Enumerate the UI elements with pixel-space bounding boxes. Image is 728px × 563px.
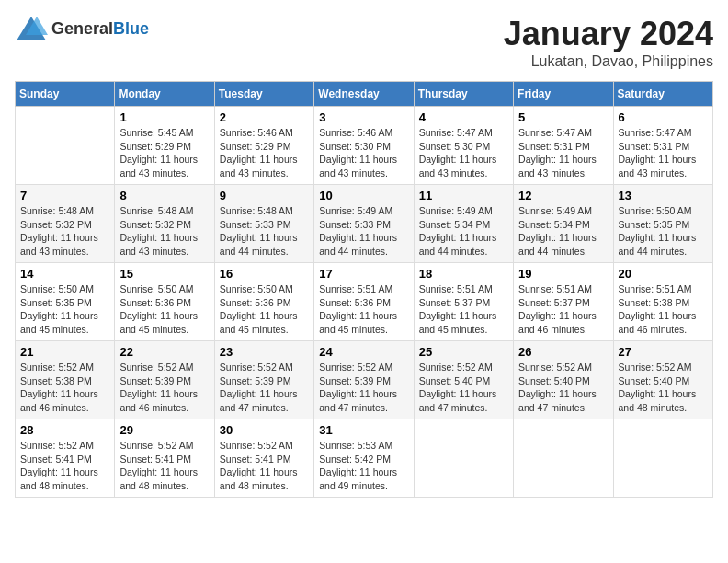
calendar-cell: 23Sunrise: 5:52 AMSunset: 5:39 PMDayligh… xyxy=(214,341,313,419)
day-info: Sunrise: 5:52 AMSunset: 5:40 PMDaylight:… xyxy=(518,361,608,415)
logo: GeneralBlue xyxy=(15,15,149,42)
day-info: Sunrise: 5:52 AMSunset: 5:38 PMDaylight:… xyxy=(20,361,109,415)
day-info: Sunrise: 5:49 AMSunset: 5:34 PMDaylight:… xyxy=(518,204,608,259)
day-number: 6 xyxy=(619,110,708,124)
day-info: Sunrise: 5:51 AMSunset: 5:38 PMDaylight:… xyxy=(619,282,708,337)
day-info: Sunrise: 5:47 AMSunset: 5:31 PMDaylight:… xyxy=(518,126,608,180)
day-header-sunday: Sunday xyxy=(16,82,115,107)
calendar-cell xyxy=(16,107,115,185)
calendar-cell: 29Sunrise: 5:52 AMSunset: 5:41 PMDayligh… xyxy=(115,419,214,498)
day-info: Sunrise: 5:51 AMSunset: 5:37 PMDaylight:… xyxy=(518,282,608,337)
calendar-cell: 2Sunrise: 5:46 AMSunset: 5:29 PMDaylight… xyxy=(214,107,313,185)
calendar-cell: 5Sunrise: 5:47 AMSunset: 5:31 PMDaylight… xyxy=(514,107,613,185)
logo-blue-text: Blue xyxy=(113,19,149,38)
day-number: 29 xyxy=(119,423,209,437)
calendar-cell: 13Sunrise: 5:50 AMSunset: 5:35 PMDayligh… xyxy=(613,185,712,263)
day-number: 31 xyxy=(319,423,408,437)
day-number: 9 xyxy=(220,189,309,202)
calendar-cell: 16Sunrise: 5:50 AMSunset: 5:36 PMDayligh… xyxy=(214,263,313,341)
day-info: Sunrise: 5:53 AMSunset: 5:42 PMDaylight:… xyxy=(319,439,408,493)
day-number: 26 xyxy=(518,345,608,359)
calendar-cell: 15Sunrise: 5:50 AMSunset: 5:36 PMDayligh… xyxy=(115,263,214,341)
day-info: Sunrise: 5:50 AMSunset: 5:36 PMDaylight:… xyxy=(119,282,209,337)
day-number: 11 xyxy=(419,189,508,202)
day-header-monday: Monday xyxy=(115,82,214,107)
day-number: 23 xyxy=(220,345,309,359)
day-info: Sunrise: 5:48 AMSunset: 5:32 PMDaylight:… xyxy=(119,204,209,259)
day-number: 17 xyxy=(319,267,408,281)
day-number: 28 xyxy=(20,423,109,437)
day-info: Sunrise: 5:48 AMSunset: 5:32 PMDaylight:… xyxy=(20,204,109,259)
calendar-cell: 31Sunrise: 5:53 AMSunset: 5:42 PMDayligh… xyxy=(314,419,414,498)
day-number: 30 xyxy=(220,423,309,437)
day-info: Sunrise: 5:52 AMSunset: 5:40 PMDaylight:… xyxy=(619,361,708,415)
logo-general-text: General xyxy=(51,19,113,38)
calendar-cell xyxy=(613,419,712,498)
calendar-cell: 8Sunrise: 5:48 AMSunset: 5:32 PMDaylight… xyxy=(115,185,214,263)
day-header-wednesday: Wednesday xyxy=(314,82,414,107)
calendar-cell: 19Sunrise: 5:51 AMSunset: 5:37 PMDayligh… xyxy=(514,263,613,341)
calendar-location: Lukatan, Davao, Philippines xyxy=(504,53,713,70)
calendar-week-3: 14Sunrise: 5:50 AMSunset: 5:35 PMDayligh… xyxy=(16,263,713,341)
day-number: 14 xyxy=(20,267,109,281)
header: GeneralBlue January 2024 Lukatan, Davao,… xyxy=(15,15,713,70)
calendar-cell xyxy=(414,419,513,498)
title-area: January 2024 Lukatan, Davao, Philippines xyxy=(504,15,713,70)
day-info: Sunrise: 5:46 AMSunset: 5:30 PMDaylight:… xyxy=(319,126,408,180)
day-header-saturday: Saturday xyxy=(613,82,712,107)
day-info: Sunrise: 5:46 AMSunset: 5:29 PMDaylight:… xyxy=(220,126,309,180)
calendar-cell: 3Sunrise: 5:46 AMSunset: 5:30 PMDaylight… xyxy=(314,107,414,185)
calendar-cell: 6Sunrise: 5:47 AMSunset: 5:31 PMDaylight… xyxy=(613,107,712,185)
day-info: Sunrise: 5:52 AMSunset: 5:39 PMDaylight:… xyxy=(220,361,309,415)
calendar-cell: 4Sunrise: 5:47 AMSunset: 5:30 PMDaylight… xyxy=(414,107,513,185)
day-number: 8 xyxy=(119,189,209,202)
day-number: 25 xyxy=(419,345,508,359)
calendar-week-1: 1Sunrise: 5:45 AMSunset: 5:29 PMDaylight… xyxy=(16,107,713,185)
day-info: Sunrise: 5:50 AMSunset: 5:36 PMDaylight:… xyxy=(220,282,309,337)
day-number: 13 xyxy=(619,189,708,202)
day-info: Sunrise: 5:52 AMSunset: 5:39 PMDaylight:… xyxy=(319,361,408,415)
calendar-week-4: 21Sunrise: 5:52 AMSunset: 5:38 PMDayligh… xyxy=(16,341,713,419)
day-number: 27 xyxy=(619,345,708,359)
day-number: 19 xyxy=(518,267,608,281)
day-info: Sunrise: 5:51 AMSunset: 5:36 PMDaylight:… xyxy=(319,282,408,337)
calendar-cell: 24Sunrise: 5:52 AMSunset: 5:39 PMDayligh… xyxy=(314,341,414,419)
day-info: Sunrise: 5:47 AMSunset: 5:30 PMDaylight:… xyxy=(419,126,508,180)
day-info: Sunrise: 5:49 AMSunset: 5:34 PMDaylight:… xyxy=(419,204,508,259)
day-info: Sunrise: 5:52 AMSunset: 5:40 PMDaylight:… xyxy=(419,361,508,415)
calendar-week-2: 7Sunrise: 5:48 AMSunset: 5:32 PMDaylight… xyxy=(16,185,713,263)
day-number: 24 xyxy=(319,345,408,359)
day-info: Sunrise: 5:45 AMSunset: 5:29 PMDaylight:… xyxy=(119,126,209,180)
calendar-header-row: SundayMondayTuesdayWednesdayThursdayFrid… xyxy=(16,82,713,107)
day-info: Sunrise: 5:48 AMSunset: 5:33 PMDaylight:… xyxy=(220,204,309,259)
day-number: 15 xyxy=(119,267,209,281)
calendar-cell: 9Sunrise: 5:48 AMSunset: 5:33 PMDaylight… xyxy=(214,185,313,263)
day-number: 1 xyxy=(119,110,209,124)
calendar-cell xyxy=(514,419,613,498)
day-info: Sunrise: 5:49 AMSunset: 5:33 PMDaylight:… xyxy=(319,204,408,259)
day-number: 20 xyxy=(619,267,708,281)
day-number: 12 xyxy=(518,189,608,202)
calendar-cell: 22Sunrise: 5:52 AMSunset: 5:39 PMDayligh… xyxy=(115,341,214,419)
calendar-cell: 27Sunrise: 5:52 AMSunset: 5:40 PMDayligh… xyxy=(613,341,712,419)
calendar-cell: 28Sunrise: 5:52 AMSunset: 5:41 PMDayligh… xyxy=(16,419,115,498)
day-info: Sunrise: 5:47 AMSunset: 5:31 PMDaylight:… xyxy=(619,126,708,180)
calendar-cell: 11Sunrise: 5:49 AMSunset: 5:34 PMDayligh… xyxy=(414,185,513,263)
day-info: Sunrise: 5:50 AMSunset: 5:35 PMDaylight:… xyxy=(20,282,109,337)
day-header-friday: Friday xyxy=(514,82,613,107)
day-number: 7 xyxy=(20,189,109,202)
day-info: Sunrise: 5:52 AMSunset: 5:41 PMDaylight:… xyxy=(119,439,209,493)
calendar-cell: 17Sunrise: 5:51 AMSunset: 5:36 PMDayligh… xyxy=(314,263,414,341)
day-number: 21 xyxy=(20,345,109,359)
calendar-cell: 21Sunrise: 5:52 AMSunset: 5:38 PMDayligh… xyxy=(16,341,115,419)
calendar-cell: 20Sunrise: 5:51 AMSunset: 5:38 PMDayligh… xyxy=(613,263,712,341)
calendar-cell: 10Sunrise: 5:49 AMSunset: 5:33 PMDayligh… xyxy=(314,185,414,263)
calendar-week-5: 28Sunrise: 5:52 AMSunset: 5:41 PMDayligh… xyxy=(16,419,713,498)
calendar-cell: 26Sunrise: 5:52 AMSunset: 5:40 PMDayligh… xyxy=(514,341,613,419)
day-number: 3 xyxy=(319,110,408,124)
logo-icon xyxy=(15,15,48,42)
day-info: Sunrise: 5:52 AMSunset: 5:41 PMDaylight:… xyxy=(20,439,109,493)
day-info: Sunrise: 5:52 AMSunset: 5:41 PMDaylight:… xyxy=(220,439,309,493)
calendar-cell: 25Sunrise: 5:52 AMSunset: 5:40 PMDayligh… xyxy=(414,341,513,419)
calendar-table: SundayMondayTuesdayWednesdayThursdayFrid… xyxy=(15,81,713,498)
